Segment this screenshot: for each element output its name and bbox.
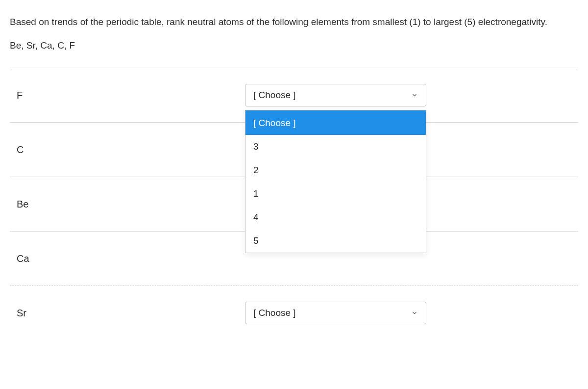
chevron-down-icon [411, 310, 418, 316]
rank-row-sr: Sr [ Choose ] [10, 286, 578, 340]
question-text: Based on trends of the periodic table, r… [10, 14, 578, 30]
element-label: C [10, 144, 245, 156]
dropdown-option[interactable]: 4 [245, 206, 426, 229]
element-label: Ca [10, 253, 245, 264]
dropdown-option[interactable]: [ Choose ] [245, 111, 426, 135]
select-value: [ Choose ] [253, 308, 296, 318]
dropdown-option[interactable]: 5 [245, 229, 426, 253]
rank-row-f: F [ Choose ] [ Choose ] 3 2 1 4 5 [10, 68, 578, 122]
rank-select-sr[interactable]: [ Choose ] [245, 302, 426, 324]
select-value: [ Choose ] [253, 90, 296, 101]
question-elements: Be, Sr, Ca, C, F [10, 40, 578, 51]
element-label: Sr [10, 308, 245, 319]
element-label: Be [10, 199, 245, 210]
dropdown-option[interactable]: 2 [245, 158, 426, 182]
rank-select-f[interactable]: [ Choose ] [245, 84, 426, 106]
dropdown-option[interactable]: 1 [245, 182, 426, 206]
element-label: F [10, 90, 245, 101]
rank-dropdown-f: [ Choose ] 3 2 1 4 5 [245, 110, 426, 253]
dropdown-option[interactable]: 3 [245, 135, 426, 158]
chevron-down-icon [411, 92, 418, 99]
